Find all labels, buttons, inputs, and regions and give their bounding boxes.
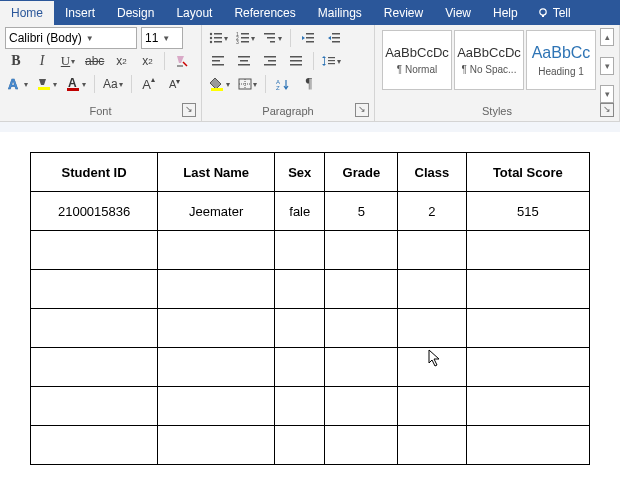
gallery-up-button[interactable]: ▴ bbox=[600, 28, 614, 46]
table-cell[interactable] bbox=[275, 270, 325, 309]
italic-button[interactable]: I bbox=[31, 51, 53, 71]
table-header[interactable]: Class bbox=[398, 153, 466, 192]
tab-layout[interactable]: Layout bbox=[165, 0, 223, 25]
highlight-button[interactable]: ▾ bbox=[34, 74, 59, 94]
table-cell[interactable] bbox=[325, 348, 398, 387]
clear-formatting-button[interactable] bbox=[171, 51, 193, 71]
document-area[interactable]: Student ID Last Name Sex Grade Class Tot… bbox=[0, 122, 620, 500]
justify-button[interactable] bbox=[285, 51, 307, 71]
align-right-button[interactable] bbox=[259, 51, 281, 71]
align-left-button[interactable] bbox=[207, 51, 229, 71]
table-cell[interactable] bbox=[466, 387, 589, 426]
strikethrough-button[interactable]: abc bbox=[83, 51, 106, 71]
shading-button[interactable]: ▾ bbox=[207, 74, 232, 94]
table-cell[interactable]: Jeemater bbox=[158, 192, 275, 231]
table-header[interactable]: Last Name bbox=[158, 153, 275, 192]
table-cell[interactable] bbox=[398, 231, 466, 270]
table-cell[interactable] bbox=[325, 426, 398, 465]
numbering-button[interactable]: 123▾ bbox=[234, 28, 257, 48]
tab-view[interactable]: View bbox=[434, 0, 482, 25]
font-color-button[interactable]: A▾ bbox=[63, 74, 88, 94]
svg-rect-19 bbox=[264, 33, 275, 35]
table-cell[interactable] bbox=[31, 231, 158, 270]
align-center-button[interactable] bbox=[233, 51, 255, 71]
table-cell[interactable] bbox=[31, 387, 158, 426]
style-normal[interactable]: AaBbCcDc ¶ Normal bbox=[382, 30, 452, 90]
text-effects-button[interactable]: A▾ bbox=[5, 74, 30, 94]
table-cell[interactable] bbox=[275, 231, 325, 270]
table-cell[interactable] bbox=[466, 426, 589, 465]
table-header[interactable]: Sex bbox=[275, 153, 325, 192]
table-cell[interactable] bbox=[158, 270, 275, 309]
tab-home[interactable]: Home bbox=[0, 0, 54, 25]
styles-dialog-launcher[interactable]: ↘ bbox=[600, 103, 614, 117]
table-cell[interactable] bbox=[466, 309, 589, 348]
tell-me[interactable]: Tell bbox=[529, 0, 579, 25]
table-cell[interactable] bbox=[31, 309, 158, 348]
table-cell[interactable] bbox=[31, 270, 158, 309]
table-cell[interactable] bbox=[275, 426, 325, 465]
table-cell[interactable] bbox=[158, 426, 275, 465]
table-cell[interactable]: 515 bbox=[466, 192, 589, 231]
grow-font-button[interactable]: A▴ bbox=[138, 74, 160, 94]
table-cell[interactable] bbox=[275, 387, 325, 426]
tab-insert[interactable]: Insert bbox=[54, 0, 106, 25]
borders-button[interactable]: ▾ bbox=[236, 74, 259, 94]
tab-design[interactable]: Design bbox=[106, 0, 165, 25]
table-header[interactable]: Total Score bbox=[466, 153, 589, 192]
font-dialog-launcher[interactable]: ↘ bbox=[182, 103, 196, 117]
table-cell[interactable]: 2100015836 bbox=[31, 192, 158, 231]
table-cell[interactable] bbox=[158, 387, 275, 426]
gallery-down-button[interactable]: ▾ bbox=[600, 57, 614, 75]
table-header[interactable]: Grade bbox=[325, 153, 398, 192]
table-cell[interactable] bbox=[325, 231, 398, 270]
table-cell[interactable] bbox=[398, 348, 466, 387]
show-marks-button[interactable]: ¶ bbox=[298, 74, 320, 94]
decrease-indent-button[interactable] bbox=[297, 28, 319, 48]
change-case-button[interactable]: Aa▾ bbox=[101, 74, 125, 94]
table-cell[interactable] bbox=[466, 270, 589, 309]
table-cell[interactable] bbox=[325, 387, 398, 426]
table-cell[interactable] bbox=[398, 270, 466, 309]
table-cell[interactable]: fale bbox=[275, 192, 325, 231]
tab-help[interactable]: Help bbox=[482, 0, 529, 25]
subscript-button[interactable]: x2 bbox=[110, 51, 132, 71]
table-header[interactable]: Student ID bbox=[31, 153, 158, 192]
svg-point-9 bbox=[210, 37, 212, 39]
table-cell[interactable] bbox=[31, 426, 158, 465]
bullets-button[interactable]: ▾ bbox=[207, 28, 230, 48]
student-table[interactable]: Student ID Last Name Sex Grade Class Tot… bbox=[30, 152, 590, 465]
gallery-more-button[interactable]: ▾ bbox=[600, 85, 614, 103]
font-name-combo[interactable]: Calibri (Body)▼ bbox=[5, 27, 137, 49]
table-cell[interactable] bbox=[325, 270, 398, 309]
table-cell[interactable] bbox=[275, 348, 325, 387]
table-cell[interactable] bbox=[398, 309, 466, 348]
table-cell[interactable] bbox=[275, 309, 325, 348]
shrink-font-button[interactable]: A▾ bbox=[164, 74, 186, 94]
bold-button[interactable]: B bbox=[5, 51, 27, 71]
tab-mailings[interactable]: Mailings bbox=[307, 0, 373, 25]
table-cell[interactable] bbox=[466, 231, 589, 270]
style-no-spacing[interactable]: AaBbCcDc ¶ No Spac... bbox=[454, 30, 524, 90]
table-cell[interactable]: 5 bbox=[325, 192, 398, 231]
sort-button[interactable]: AZ bbox=[272, 74, 294, 94]
paragraph-dialog-launcher[interactable]: ↘ bbox=[355, 103, 369, 117]
table-cell[interactable] bbox=[325, 309, 398, 348]
style-heading-1[interactable]: AaBbCc Heading 1 bbox=[526, 30, 596, 90]
table-cell[interactable] bbox=[466, 348, 589, 387]
table-cell[interactable] bbox=[398, 387, 466, 426]
table-cell[interactable] bbox=[158, 231, 275, 270]
line-spacing-button[interactable]: ▾ bbox=[320, 51, 343, 71]
tab-references[interactable]: References bbox=[223, 0, 306, 25]
table-cell[interactable]: 2 bbox=[398, 192, 466, 231]
table-cell[interactable] bbox=[158, 348, 275, 387]
table-cell[interactable] bbox=[398, 426, 466, 465]
superscript-button[interactable]: x2 bbox=[136, 51, 158, 71]
increase-indent-button[interactable] bbox=[323, 28, 345, 48]
underline-button[interactable]: U▾ bbox=[57, 51, 79, 71]
table-cell[interactable] bbox=[158, 309, 275, 348]
table-cell[interactable] bbox=[31, 348, 158, 387]
multilevel-list-button[interactable]: ▾ bbox=[261, 28, 284, 48]
tab-review[interactable]: Review bbox=[373, 0, 434, 25]
font-size-combo[interactable]: 11▼ bbox=[141, 27, 183, 49]
